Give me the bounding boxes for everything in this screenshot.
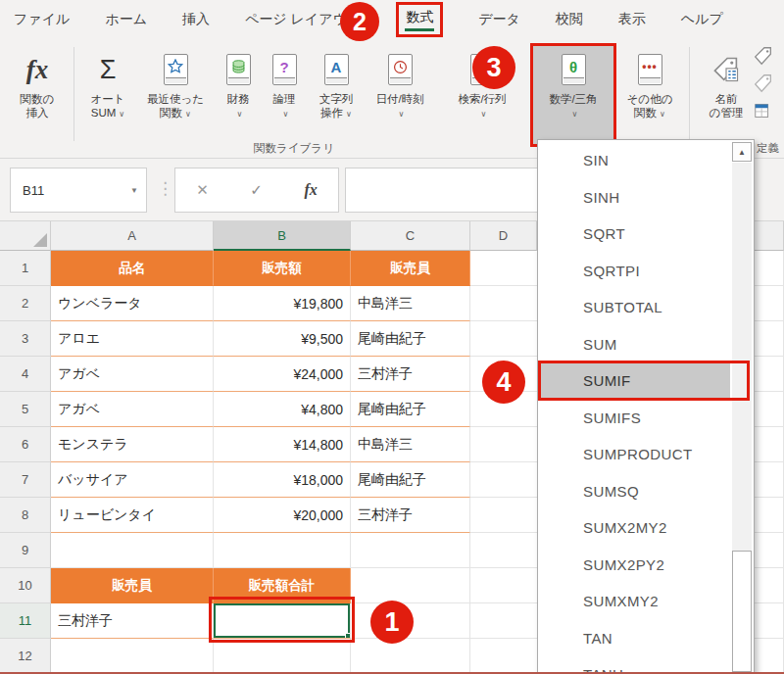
menu-item-sin[interactable]: SIN [538,142,730,179]
selection-fill-handle[interactable] [345,633,351,639]
menu-item-sumxmy2[interactable]: SUMXMY2 [538,583,730,620]
menu-item-sumproduct[interactable]: SUMPRODUCT [538,436,730,473]
text-functions-button[interactable]: A 文字列 操作∨ [307,43,366,147]
cell-a5[interactable]: アガベ [51,392,214,427]
cell-c8[interactable]: 三村洋子 [351,498,470,533]
row-header-7[interactable]: 7 [0,462,51,498]
menu-item-sqrt[interactable]: SQRT [538,216,730,253]
row-header-11[interactable]: 11 [0,603,51,639]
menu-item-sumsq[interactable]: SUMSQ [538,473,730,510]
tab-data[interactable]: データ [478,11,520,28]
cell-a11[interactable]: 三村洋子 [51,603,214,639]
autosum-button[interactable]: Σ オート SUM∨ [79,43,136,147]
cell-a6[interactable]: モンステラ [51,427,214,462]
cell-b6[interactable]: ¥14,800 [214,427,351,462]
cell-c6[interactable]: 中島洋三 [351,427,470,462]
recently-used-button[interactable]: 最近使った 関数∨ [136,43,215,147]
row-header-5[interactable]: 5 [0,392,51,427]
defined-names-small-buttons[interactable] [753,45,784,143]
date-time-button[interactable]: 日付/時刻 ∨ [366,43,434,147]
cell-a12[interactable] [51,639,214,674]
select-all-button[interactable] [0,221,51,251]
cell-b2[interactable]: ¥19,800 [214,286,351,321]
menu-item-subtotal[interactable]: SUBTOTAL [538,289,730,326]
tab-file[interactable]: ファイル [14,11,70,28]
menu-item-tan[interactable]: TAN [538,620,730,657]
row-header-6[interactable]: 6 [0,427,51,462]
cell-b9[interactable] [214,533,351,568]
cell-a7[interactable]: バッサイア [51,462,214,498]
cell-b12[interactable] [214,639,351,674]
cell-b8[interactable]: ¥20,000 [214,498,351,533]
cell-a1[interactable]: 品名 [51,251,214,286]
row-header-12[interactable]: 12 [0,639,51,674]
row-header-3[interactable]: 3 [0,321,51,357]
row-header-4[interactable]: 4 [0,357,51,392]
tab-formulas[interactable]: 数式 [396,2,443,37]
cell-b5[interactable]: ¥4,800 [214,392,351,427]
math-trig-button[interactable]: θ 数学/三角 ∨ [530,43,616,147]
tab-insert[interactable]: 挿入 [182,11,210,28]
tab-home[interactable]: ホーム [105,11,147,28]
button-label: SUM [91,107,117,119]
row-header-1[interactable]: 1 [0,251,51,286]
use-in-formula-tag-icon [753,72,774,94]
tab-view[interactable]: 表示 [618,11,646,28]
tab-review[interactable]: 校閲 [556,11,583,28]
dropdown-scrollbar[interactable] [732,163,752,672]
row-header-9[interactable]: 9 [0,533,51,568]
cell-c10[interactable] [351,568,470,603]
cell-a9[interactable] [51,533,214,568]
financial-button[interactable]: 財務 ∨ [215,43,262,147]
row-header-10[interactable]: 10 [0,568,51,603]
button-label: 最近使った [147,92,204,106]
column-header-b[interactable]: B [214,221,351,251]
row-header-2[interactable]: 2 [0,286,51,321]
cell-b3[interactable]: ¥9,500 [214,321,351,357]
menu-item-sumx2my2[interactable]: SUMX2MY2 [538,509,730,547]
more-functions-button[interactable]: ••• その他の 関数∨ [616,43,683,147]
cell-b4[interactable]: ¥24,000 [214,357,351,392]
cell-c3[interactable]: 尾崎由紀子 [351,321,470,357]
menu-item-sumifs[interactable]: SUMIFS [538,400,730,437]
cell-b11-selected[interactable] [214,603,351,639]
cell-a2[interactable]: ウンベラータ [51,286,214,321]
column-header-a[interactable]: A [51,221,214,251]
name-box[interactable]: B11 ▼ [10,168,147,213]
name-box-dropdown-icon[interactable]: ▼ [130,186,138,195]
cancel-button[interactable]: ✕ [196,181,209,199]
cell-c12[interactable] [351,639,470,674]
cell-c4[interactable]: 三村洋子 [351,357,470,392]
cell-b10[interactable]: 販売額合計 [214,568,351,603]
step-badge-2: 2 [340,2,379,41]
cell-a10[interactable]: 販売員 [51,568,214,603]
tab-help[interactable]: ヘルプ [681,11,723,28]
column-header-c[interactable]: C [351,221,470,251]
scrollbar-thumb[interactable] [732,551,752,672]
row-header-8[interactable]: 8 [0,498,51,533]
insert-function-fx-button[interactable]: fx [304,181,317,199]
cell-c9[interactable] [351,533,470,568]
ribbon-tab-bar: ファイル ホーム 挿入 ページ レイアウト 数式 データ 校閲 表示 ヘルプ [0,0,784,39]
cell-a8[interactable]: リュービンタイ [51,498,214,533]
menu-item-sum[interactable]: SUM [538,326,730,363]
cell-b7[interactable]: ¥18,000 [214,462,351,498]
menu-item-sumif-selected[interactable]: SUMIF [538,362,730,400]
cell-c1[interactable]: 販売員 [351,251,470,286]
cell-c7[interactable]: 尾崎由紀子 [351,462,470,498]
question-mark-icon: ? [272,54,297,85]
cell-c5[interactable]: 尾崎由紀子 [351,392,470,427]
cell-b1[interactable]: 販売額 [214,251,351,286]
column-header-d[interactable]: D [470,221,537,251]
name-manager-button[interactable]: 名前 の管理 [696,43,757,147]
menu-item-sqrtpi[interactable]: SQRTPI [538,253,730,290]
cell-a3[interactable]: アロエ [51,321,214,357]
cell-c2[interactable]: 中島洋三 [351,286,470,321]
enter-button[interactable]: ✓ [250,181,263,199]
menu-item-sinh[interactable]: SINH [538,179,730,217]
logical-button[interactable]: ? 論理 ∨ [262,43,307,147]
menu-item-sumx2py2[interactable]: SUMX2PY2 [538,547,730,584]
cell-a4[interactable]: アガベ [51,357,214,392]
scroll-up-button[interactable]: ▲ [732,142,752,162]
insert-function-button[interactable]: fx 関数の 挿入 [6,43,69,147]
